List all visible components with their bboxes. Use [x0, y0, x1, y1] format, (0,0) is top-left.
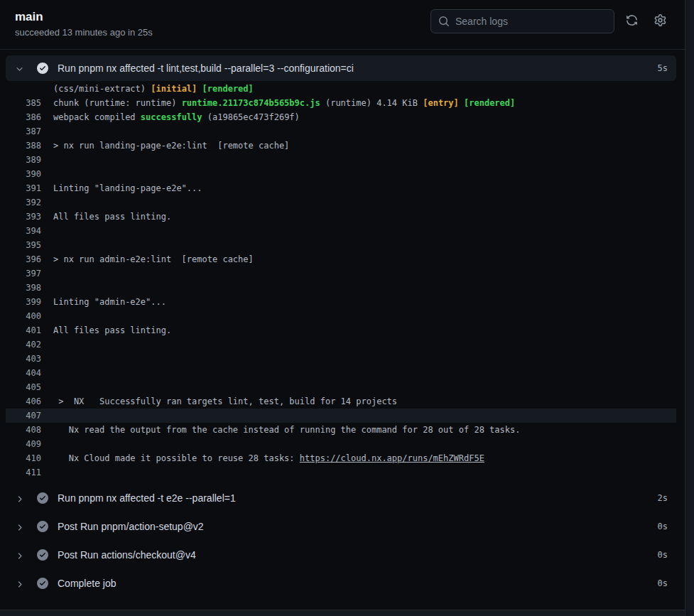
line-number[interactable]: 392	[6, 195, 41, 210]
step-row-collapsed[interactable]: Post Run pnpm/action-setup@v2 0s	[6, 512, 676, 541]
sync-icon	[626, 14, 638, 28]
step-duration: 2s	[658, 493, 668, 503]
line-number[interactable]: 397	[6, 266, 41, 281]
line-number[interactable]: 409	[6, 437, 41, 451]
log-text-segment: Nx read the output from the cache instea…	[53, 425, 520, 435]
line-number[interactable]: 390	[6, 167, 41, 181]
chevron-right-icon	[15, 522, 24, 531]
step-row-collapsed[interactable]: Complete job 0s	[6, 569, 676, 598]
log-text-segment: [initial]	[151, 84, 197, 94]
log-text-segment: successfully	[141, 112, 202, 122]
line-number[interactable]: 411	[6, 465, 41, 480]
line-number[interactable]: 385	[6, 96, 41, 110]
line-text: All files pass linting.	[53, 210, 171, 224]
line-number[interactable]: 407	[6, 409, 41, 423]
log-line: 404	[6, 366, 676, 380]
step-title: Post Run pnpm/action-setup@v2	[58, 521, 649, 532]
log-text-segment: > nx run landing-page-e2e:lint [remote c…	[53, 141, 289, 151]
line-number[interactable]: 399	[6, 295, 41, 309]
footer-bar	[0, 610, 694, 616]
line-number[interactable]: 408	[6, 423, 41, 437]
log-text-segment: Linting "admin-e2e"...	[53, 297, 166, 307]
success-check-icon	[37, 492, 48, 504]
log-line: 394	[6, 224, 676, 238]
log-line: 411	[6, 465, 676, 480]
chevron-right-icon	[15, 579, 24, 588]
steps-list: Run pnpm nx affected -t lint,test,build …	[0, 50, 694, 598]
job-status-text: succeeded 13 minutes ago in 25s	[15, 27, 153, 38]
success-check-icon	[37, 521, 48, 532]
line-number[interactable]: 393	[6, 210, 41, 224]
log-text-segment: > nx run admin-e2e:lint [remote cache]	[53, 254, 254, 264]
line-number[interactable]: 387	[6, 124, 41, 139]
log-link[interactable]: https://cloud.nx.app/runs/mEhZWRdF5E	[300, 453, 484, 463]
step-title: Run pnpm nx affected -t e2e --parallel=1	[58, 492, 649, 504]
log-text-segment: (css/mini-extract)	[53, 84, 151, 94]
step-row-collapsed[interactable]: Post Run actions/checkout@v4 0s	[6, 541, 676, 569]
line-number[interactable]: 406	[6, 394, 41, 409]
collapsed-steps: Run pnpm nx affected -t e2e --parallel=1…	[6, 484, 676, 598]
line-number[interactable]: 402	[6, 337, 41, 352]
log-text-segment: (a19865ec473f269f)	[202, 112, 300, 122]
line-number[interactable]: 395	[6, 238, 41, 252]
line-number[interactable]: 396	[6, 252, 41, 266]
log-line: 396 > nx run admin-e2e:lint [remote cach…	[6, 252, 676, 266]
line-text: > nx run landing-page-e2e:lint [remote c…	[53, 139, 289, 153]
log-text-segment	[459, 98, 464, 108]
line-number[interactable]: 389	[6, 153, 41, 167]
line-number[interactable]: 394	[6, 224, 41, 238]
log-line: 387	[6, 124, 676, 139]
success-check-icon	[37, 549, 48, 561]
line-number[interactable]: 398	[6, 281, 41, 295]
log-line: 408 Nx read the output from the cache in…	[6, 423, 676, 437]
log-text-segment: chunk (runtime: runtime)	[53, 98, 182, 108]
line-number[interactable]: 388	[6, 139, 41, 153]
step-header-expanded[interactable]: Run pnpm nx affected -t lint,test,build …	[6, 55, 676, 81]
scrollbar-track[interactable]	[685, 0, 694, 616]
line-number[interactable]: 391	[6, 181, 41, 195]
line-number[interactable]: 386	[6, 110, 41, 124]
log-line: 388 > nx run landing-page-e2e:lint [remo…	[6, 139, 676, 153]
log-line: 392	[6, 195, 676, 210]
step-row-collapsed[interactable]: Run pnpm nx affected -t e2e --parallel=1…	[6, 484, 676, 512]
line-number[interactable]	[6, 82, 41, 96]
step-duration: 0s	[658, 522, 668, 531]
log-text-segment: All files pass linting.	[53, 325, 171, 335]
line-number[interactable]: 410	[6, 451, 41, 465]
success-check-icon	[37, 63, 48, 74]
gear-icon	[654, 14, 666, 28]
log-line: 410 Nx Cloud made it possible to reuse 2…	[6, 451, 676, 465]
job-header: main succeeded 13 minutes ago in 25s	[0, 0, 694, 50]
log-text-segment: (runtime) 4.14 KiB	[320, 98, 423, 108]
line-text: (css/mini-extract) [initial] [rendered]	[53, 82, 254, 96]
log-line: 400	[6, 309, 676, 323]
search-logs-input[interactable]	[430, 9, 614, 33]
log-line: 393 All files pass linting.	[6, 210, 676, 224]
line-text: > nx run admin-e2e:lint [remote cache]	[53, 252, 254, 266]
log-text-segment: Linting "landing-page-e2e"...	[53, 183, 202, 193]
log-line: 397	[6, 266, 676, 281]
line-number[interactable]: 400	[6, 309, 41, 323]
line-number[interactable]: 401	[6, 323, 41, 337]
line-text: Linting "landing-page-e2e"...	[53, 181, 202, 195]
line-text: Nx Cloud made it possible to reuse 28 ta…	[53, 451, 484, 465]
log-line: 391 Linting "landing-page-e2e"...	[6, 181, 676, 195]
line-number[interactable]: 405	[6, 380, 41, 394]
log-text-segment: [rendered]	[202, 84, 254, 94]
step-duration: 5s	[658, 63, 668, 73]
log-settings-button[interactable]	[649, 10, 671, 33]
chevron-right-icon	[15, 494, 24, 503]
job-summary: main succeeded 13 minutes ago in 25s	[15, 9, 153, 38]
step-title: Run pnpm nx affected -t lint,test,build …	[58, 63, 649, 74]
log-area: (css/mini-extract) [initial] [rendered] …	[6, 81, 676, 484]
line-number[interactable]: 404	[6, 366, 41, 380]
chevron-right-icon	[15, 551, 24, 560]
log-line: 409	[6, 437, 676, 451]
line-number[interactable]: 403	[6, 352, 41, 366]
step-duration: 0s	[658, 550, 668, 560]
log-text-segment: runtime.21173c874b565b9c.js	[182, 98, 320, 108]
refresh-logs-button[interactable]	[620, 10, 643, 33]
log-text-segment: webpack compiled	[53, 112, 141, 122]
chevron-down-icon	[15, 64, 24, 73]
log-line: 401 All files pass linting.	[6, 323, 676, 337]
